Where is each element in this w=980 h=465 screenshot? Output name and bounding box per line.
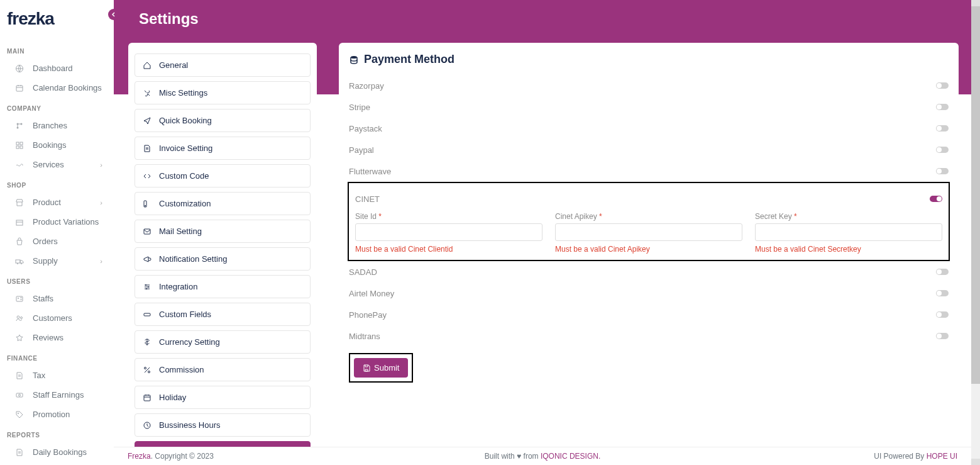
sidebar-item-branches[interactable]: Branches [0,116,114,135]
cinet-label: CINET [355,194,380,204]
id-icon [15,294,24,303]
settings-nav-label: Custom Code [159,171,209,181]
field-label: Secret Key * [755,212,942,221]
scrollbar-down-button[interactable] [971,459,980,465]
dollar-icon [143,338,151,347]
toggle-phonepay[interactable] [936,311,949,318]
sidebar-item-staff-earnings[interactable]: Staff Earnings [0,385,114,405]
sidebar-item-product[interactable]: Product› [0,193,114,212]
svg-point-28 [148,371,150,373]
sidebar-item-promotion[interactable]: Promotion [0,405,114,424]
settings-nav-notification-setting[interactable]: Notification Setting [135,247,311,271]
toggle-paypal[interactable] [936,147,949,153]
toggle-flutterwave[interactable] [936,168,949,174]
settings-nav-custom-code[interactable]: Custom Code [135,164,311,188]
toggle-cinet[interactable] [930,196,942,202]
globe-icon [15,64,24,73]
sidebar: frezka MAINDashboardCalendar BookingsCOM… [0,0,114,465]
users-icon [15,314,24,323]
nav-label: Product [33,198,61,207]
content-area: GeneralMisc SettingsQuick BookingInvoice… [114,38,971,447]
scrollbar[interactable] [971,0,980,465]
footer: Frezka. Copyright © 2023 Built with ♥ fr… [114,447,971,465]
payment-label: PhonePay [349,310,387,320]
grid-icon [15,141,24,150]
svg-rect-9 [16,220,23,225]
payment-method-panel: Payment Method RazorpayStripePaystackPay… [339,43,959,398]
svg-point-14 [18,298,19,299]
code-icon [143,172,151,181]
footer-hope-link[interactable]: HOPE UI [927,452,957,461]
sidebar-item-daily-bookings[interactable]: Daily Bookings [0,442,114,462]
toggle-midtrans[interactable] [936,333,949,339]
toggle-stripe[interactable] [936,104,949,110]
field-error: Must be a valid Cinet Clientid [355,245,542,254]
sidebar-item-services[interactable]: Services› [0,155,114,174]
sidebar-item-supply[interactable]: Supply› [0,251,114,271]
footer-copyright-text: . Copyright © 2023 [151,452,214,461]
input-site-id[interactable] [355,223,542,241]
nav-label: Orders [33,237,58,246]
svg-point-19 [18,413,19,414]
shop-icon [15,198,24,207]
footer-iqonic-link[interactable]: IQONIC DESIGN. [541,452,600,461]
sidebar-item-bookings[interactable]: Bookings [0,135,114,155]
settings-nav-customization[interactable]: Customization [135,192,311,215]
scrollbar-up-button[interactable] [971,0,980,6]
sidebar-item-tax[interactable]: Tax [0,366,114,385]
settings-nav: GeneralMisc SettingsQuick BookingInvoice… [128,43,317,447]
mail-icon [143,227,151,236]
sidebar-item-reviews[interactable]: Reviews [0,328,114,347]
sidebar-item-product-variations[interactable]: Product Variations [0,212,114,232]
settings-nav-general[interactable]: General [135,53,311,77]
svg-rect-26 [144,313,150,316]
payment-row-airtel-money: Airtel Money [349,283,949,304]
settings-nav-bussiness-hours[interactable]: Bussiness Hours [135,413,311,437]
nav-label: Customers [33,313,72,323]
settings-nav-misc-settings[interactable]: Misc Settings [135,81,311,104]
settings-nav-currency-setting[interactable]: Currency Setting [135,330,311,354]
settings-nav-integration[interactable]: Integration [135,275,311,298]
toggle-paystack[interactable] [936,125,949,132]
settings-nav-quick-booking[interactable]: Quick Booking [135,109,311,132]
settings-nav-label: Invoice Setting [159,143,212,153]
home-icon [143,61,151,70]
field-label: Site Id * [355,212,542,221]
cinet-section: CINET Site Id *Must be a valid Cinet Cli… [348,182,950,261]
section-label: FINANCE [0,347,114,366]
calendar-icon [15,84,24,92]
payment-row-sadad: SADAD [349,261,949,283]
settings-nav-custom-fields[interactable]: Custom Fields [135,303,311,326]
scrollbar-thumb[interactable] [971,6,980,384]
svg-rect-6 [20,142,23,145]
sidebar-item-staffs[interactable]: Staffs [0,289,114,308]
settings-nav-label: Quick Booking [159,116,212,125]
sidebar-collapse-button[interactable] [108,9,119,20]
required-asterisk: * [378,212,382,221]
settings-nav-label: General [159,60,188,70]
star-icon [15,333,24,342]
sidebar-item-orders[interactable]: Orders [0,232,114,251]
input-cinet-apikey[interactable] [555,223,742,241]
nav-label: Branches [33,121,67,130]
chevron-right-icon: › [100,257,102,265]
toggle-razorpay[interactable] [936,82,949,89]
settings-nav-holiday[interactable]: Holiday [135,386,311,409]
svg-rect-5 [16,142,19,145]
settings-nav-invoice-setting[interactable]: Invoice Setting [135,137,311,160]
sidebar-item-calendar-bookings[interactable]: Calendar Bookings [0,78,114,98]
sidebar-item-customers[interactable]: Customers [0,308,114,328]
svg-rect-29 [144,395,150,401]
toggle-sadad[interactable] [936,269,949,275]
sidebar-item-dashboard[interactable]: Dashboard [0,59,114,78]
megaphone-icon [143,255,151,264]
settings-nav-payment-method[interactable]: Payment Method [135,441,311,447]
input-secret-key[interactable] [755,223,942,241]
svg-rect-10 [16,260,20,263]
settings-nav-mail-setting[interactable]: Mail Setting [135,220,311,243]
settings-nav-label: Holiday [159,393,186,402]
payment-label: Airtel Money [349,289,394,298]
submit-button[interactable]: Submit [354,358,408,378]
toggle-airtel-money[interactable] [936,290,949,296]
settings-nav-commission[interactable]: Commission [135,358,311,381]
